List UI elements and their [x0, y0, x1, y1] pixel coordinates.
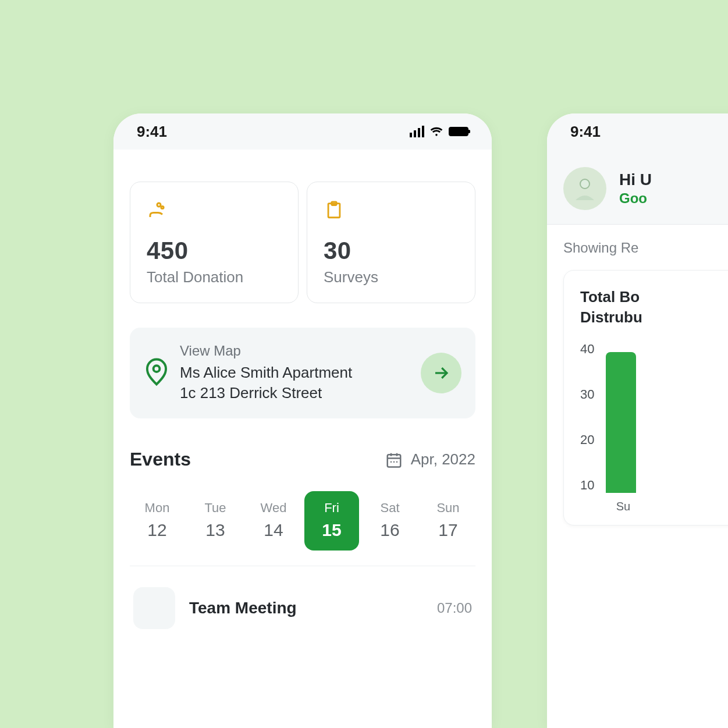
day-cell[interactable]: Sun17: [421, 491, 475, 551]
y-tick: 20: [580, 432, 594, 448]
metric-value: 30: [324, 237, 459, 265]
donation-icon: [147, 200, 168, 221]
chart-bars: [606, 342, 728, 493]
chart-y-axis: 40302010: [580, 342, 594, 493]
greeting-name: Hi U: [619, 171, 652, 189]
arrow-right-icon: [432, 364, 450, 382]
svg-point-7: [393, 461, 395, 463]
metrics-row: 450 Total Donation 30 Surveys: [130, 182, 475, 303]
status-time: 9:41: [570, 123, 601, 141]
day-of-week: Fri: [304, 500, 359, 516]
greeting-header: Hi U Goo: [547, 150, 728, 225]
day-number: 16: [363, 520, 417, 540]
day-of-week: Tue: [188, 500, 243, 516]
day-number: 15: [304, 520, 359, 540]
month-picker[interactable]: Apr, 2022: [385, 450, 475, 468]
day-cell[interactable]: Mon12: [130, 491, 184, 551]
x-tick: Su: [608, 500, 638, 513]
y-tick: 40: [580, 342, 594, 357]
location-pin-icon: [144, 357, 169, 389]
svg-point-4: [154, 365, 160, 372]
wifi-icon: [430, 126, 443, 137]
event-icon: [133, 587, 175, 629]
day-cell[interactable]: Wed14: [246, 491, 301, 551]
avatar[interactable]: [563, 167, 606, 210]
metric-card-surveys[interactable]: 30 Surveys: [307, 182, 475, 303]
day-number: 12: [130, 520, 184, 540]
calendar-icon: [385, 451, 403, 468]
address-line-2: 1c 213 Derrick Street: [180, 383, 410, 403]
day-of-week: Sat: [363, 500, 417, 516]
day-number: 14: [246, 520, 301, 540]
metric-label: Total Donation: [147, 268, 282, 286]
metric-value: 450: [147, 237, 282, 265]
view-map-card[interactable]: View Map Ms Alice Smith Apartment 1c 213…: [130, 328, 475, 418]
dashboard-phone: 9:41 450 Total Donation 30 Surveys: [113, 113, 492, 728]
view-map-label: View Map: [180, 343, 410, 359]
showing-label: Showing Re: [563, 240, 728, 256]
day-number: 13: [188, 520, 243, 540]
events-header: Events Apr, 2022: [130, 449, 475, 470]
status-icons: [410, 126, 468, 137]
day-cell[interactable]: Tue13: [188, 491, 243, 551]
distribution-chart-card: Total Bo Distrubu 40302010 Su: [563, 270, 728, 525]
day-of-week: Mon: [130, 500, 184, 516]
y-tick: 10: [580, 478, 594, 493]
day-cell[interactable]: Fri15: [304, 491, 359, 551]
event-title: Team Meeting: [189, 599, 423, 617]
stats-phone: 9:41 Hi U Goo Showing Re Total Bo Distru…: [547, 113, 728, 728]
address-line-1: Ms Alice Smith Apartment: [180, 363, 410, 383]
svg-point-8: [396, 461, 397, 463]
event-time: 07:00: [437, 600, 472, 616]
svg-point-9: [580, 179, 589, 189]
month-label: Apr, 2022: [411, 450, 475, 468]
svg-point-6: [390, 461, 392, 463]
metric-card-donation[interactable]: 450 Total Donation: [130, 182, 299, 303]
svg-rect-5: [387, 454, 400, 467]
events-heading: Events: [130, 449, 191, 470]
chart-title: Total Bo Distrubu: [580, 287, 728, 328]
event-item[interactable]: Team Meeting 07:00: [130, 587, 475, 629]
open-map-button[interactable]: [421, 353, 461, 393]
y-tick: 30: [580, 387, 594, 402]
chart-bar: [606, 352, 636, 493]
chart-x-axis: Su: [580, 500, 728, 513]
battery-icon: [449, 127, 468, 136]
svg-point-0: [157, 203, 161, 207]
status-bar: 9:41: [113, 113, 492, 150]
day-of-week: Wed: [246, 500, 301, 516]
greeting-subtext: Goo: [619, 190, 652, 207]
day-cell[interactable]: Sat16: [363, 491, 417, 551]
status-bar: 9:41: [547, 113, 728, 150]
week-strip: Mon12Tue13Wed14Fri15Sat16Sun17: [130, 491, 475, 566]
day-number: 17: [421, 520, 475, 540]
cellular-signal-icon: [410, 126, 424, 137]
clipboard-icon: [324, 200, 345, 221]
svg-point-1: [161, 206, 164, 208]
metric-label: Surveys: [324, 268, 459, 286]
status-time: 9:41: [137, 123, 167, 141]
day-of-week: Sun: [421, 500, 475, 516]
